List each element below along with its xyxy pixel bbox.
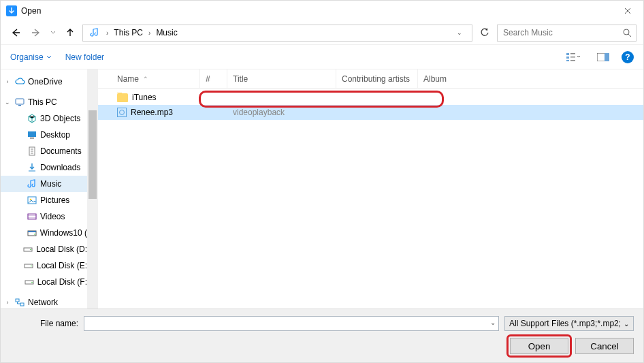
cell-name: iTunes — [112, 93, 200, 102]
cloud-icon — [14, 76, 25, 87]
tree-item-label: Documents — [40, 146, 82, 156]
net-icon — [14, 297, 25, 308]
column-album[interactable]: Album — [418, 69, 643, 88]
svg-rect-26 — [16, 299, 19, 302]
preview-pane-button[interactable] — [592, 50, 615, 65]
chevron-right-icon: › — [146, 29, 153, 37]
tree-item-videos[interactable]: Videos — [1, 208, 87, 225]
tree-item-pictures[interactable]: Pictures — [1, 192, 87, 208]
open-dialog: Open › This PC › Music ⌄ — [0, 0, 644, 363]
file-type-filter-label: All Support Files (*.mp3;*.mp2; — [509, 319, 621, 328]
back-button[interactable] — [7, 25, 24, 41]
column-name-label: Name — [117, 74, 139, 84]
refresh-button[interactable] — [477, 25, 493, 41]
breadcrumb-this-pc[interactable]: This PC — [111, 25, 146, 41]
tree-item-label: 3D Objects — [40, 114, 80, 123]
music-icon — [88, 27, 101, 39]
chevron-down-icon[interactable]: ⌄ — [490, 319, 496, 326]
help-button[interactable]: ? — [622, 51, 634, 63]
audio-file-icon — [117, 108, 127, 117]
chevron-icon: › — [3, 78, 12, 85]
tree-item-documents[interactable]: Documents — [1, 143, 87, 159]
refresh-icon — [480, 28, 489, 37]
tree-item-local-disk-f-[interactable]: Local Disk (F: — [1, 274, 87, 290]
music-icon — [27, 178, 37, 189]
tree-item-music[interactable]: Music — [1, 176, 87, 192]
address-bar[interactable]: › This PC › Music ⌄ — [82, 25, 472, 42]
preview-pane-icon — [597, 53, 609, 61]
column-name[interactable]: Name ⌃ — [112, 69, 200, 88]
tree-item-label: Local Disk (E: — [37, 261, 87, 270]
sidebar-scrollbar[interactable] — [87, 69, 98, 309]
arrow-up-icon — [65, 27, 76, 38]
dialog-body: ›OneDrive⌄This PC3D ObjectsDesktopDocume… — [1, 69, 643, 309]
drive-icon — [23, 260, 34, 271]
chevron-down-icon — [46, 55, 52, 59]
navigation-tree: ›OneDrive⌄This PC3D ObjectsDesktopDocume… — [1, 69, 87, 309]
filename-input[interactable] — [87, 317, 487, 330]
tree-item-label: This PC — [28, 97, 57, 107]
drivec-icon — [27, 227, 37, 238]
column-track-number[interactable]: # — [200, 69, 227, 88]
chevron-right-icon: › — [103, 29, 111, 37]
folder-row[interactable]: iTunes — [98, 90, 643, 105]
tree-item-onedrive[interactable]: ›OneDrive — [1, 74, 87, 90]
footer: File name: ⌄ All Support Files (*.mp3;*.… — [1, 309, 643, 362]
search-input[interactable] — [502, 27, 619, 38]
tree-item-local-disk-e-[interactable]: Local Disk (E: — [1, 257, 87, 274]
svg-rect-5 — [570, 57, 575, 58]
tree-item-label: Videos — [40, 212, 65, 221]
chevron-down-icon — [50, 30, 56, 35]
pc-icon — [14, 97, 25, 108]
forward-button[interactable] — [28, 25, 44, 41]
recent-locations-button[interactable] — [48, 25, 58, 41]
svg-rect-9 — [16, 99, 24, 104]
cell-title: videoplayback — [227, 108, 336, 117]
view-list-icon — [566, 52, 580, 62]
column-headers: Name ⌃ # Title Contributing artists Albu… — [98, 69, 643, 89]
open-button[interactable]: Open — [510, 338, 568, 354]
breadcrumb-music[interactable]: Music — [153, 25, 180, 41]
tree-item-label: Local Disk (D: — [36, 244, 87, 254]
column-title[interactable]: Title — [227, 69, 336, 88]
tree-item-label: OneDrive — [28, 77, 63, 86]
organise-menu[interactable]: Organise — [10, 52, 52, 62]
file-type-filter[interactable]: All Support Files (*.mp3;*.mp2; ⌄ — [504, 316, 634, 331]
tree-item-this-pc[interactable]: ⌄This PC — [1, 94, 87, 110]
tree-item-label: Desktop — [40, 130, 70, 140]
chevron-down-icon: ⌄ — [624, 320, 629, 328]
tree-item-windows10-[interactable]: Windows10 ( — [1, 225, 87, 241]
up-button[interactable] — [62, 25, 78, 41]
svg-rect-16 — [28, 214, 36, 219]
tree-item-3d-objects[interactable]: 3D Objects — [1, 110, 87, 127]
3d-icon — [27, 113, 37, 124]
arrow-right-icon — [31, 27, 42, 38]
scrollbar-thumb[interactable] — [88, 110, 97, 199]
cancel-button[interactable]: Cancel — [575, 338, 634, 354]
svg-point-23 — [31, 266, 32, 267]
close-button[interactable] — [612, 1, 643, 21]
file-row[interactable]: Renee.mp3videoplayback — [98, 105, 643, 120]
dl-icon — [27, 162, 37, 173]
filename-combobox[interactable]: ⌄ — [84, 316, 499, 331]
command-bar: Organise New folder ? — [1, 44, 643, 69]
svg-point-19 — [34, 234, 35, 235]
tree-item-label: Downloads — [40, 163, 80, 172]
drive-icon — [22, 244, 33, 255]
address-dropdown[interactable]: ⌄ — [453, 29, 466, 36]
tree-item-network[interactable]: ›Network — [1, 294, 87, 309]
column-contributing-artists[interactable]: Contributing artists — [336, 69, 418, 88]
help-icon: ? — [625, 52, 630, 62]
view-options-button[interactable] — [562, 50, 585, 65]
tree-item-local-disk-d-[interactable]: Local Disk (D: — [1, 241, 87, 257]
tree-item-desktop[interactable]: Desktop — [1, 127, 87, 143]
search-box[interactable] — [497, 25, 637, 42]
search-icon — [623, 29, 632, 37]
vid-icon — [27, 211, 37, 222]
svg-rect-10 — [18, 105, 21, 106]
window-title: Open — [21, 6, 41, 16]
svg-rect-2 — [566, 57, 569, 59]
new-folder-button[interactable]: New folder — [65, 52, 104, 62]
svg-point-0 — [624, 29, 629, 35]
tree-item-downloads[interactable]: Downloads — [1, 159, 87, 176]
